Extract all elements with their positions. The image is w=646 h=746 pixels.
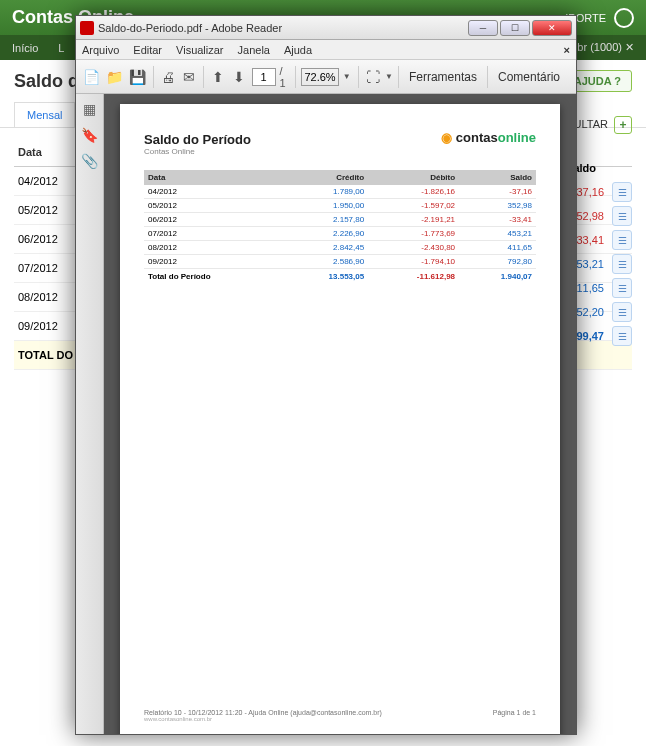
ferramentas-button[interactable]: Ferramentas [398,66,487,88]
total-row: Total do Período13.553,05-11.612,981.940… [144,269,536,284]
footer-url: www.contasonline.com.br [144,716,382,722]
list-icon[interactable]: ☰ [612,230,632,250]
bookmark-icon[interactable]: 🔖 [81,126,99,144]
page-total: / 1 [280,65,289,89]
add-button[interactable]: + [614,116,632,134]
table-row: 07/20122.226,90-1.773,69453,21 [144,227,536,241]
table-row: 09/20122.586,90-1.794,10792,80 [144,255,536,269]
list-icon[interactable]: ☰ [612,302,632,322]
doc-subtitle: Contas Online [144,147,536,156]
zoom-dropdown-icon[interactable]: ▼ [343,72,352,81]
tab-mensal[interactable]: Mensal [14,102,75,127]
doc-table: Data Crédito Débito Saldo 04/20121.789,0… [144,170,536,283]
menu-editar[interactable]: Editar [133,44,162,56]
close-button[interactable]: ✕ [532,20,572,36]
toolbar: 📄 📁 💾 🖨 ✉ ⬆ ⬇ / 1 72.6% ▼ ⛶ ▼ Ferramenta… [76,60,576,94]
email-icon[interactable]: ✉ [181,66,198,88]
list-icon[interactable]: ☰ [612,254,632,274]
view-dropdown-icon[interactable]: ▼ [385,72,394,81]
th-debito: Débito [368,170,459,185]
doc-footer: Relatório 10 - 10/12/2012 11:20 - Ajuda … [144,709,536,722]
page-up-icon[interactable]: ⬆ [210,66,227,88]
attachment-icon[interactable]: 📎 [81,152,99,170]
page-input[interactable] [252,68,276,86]
fullscreen-icon[interactable]: ⛶ [364,66,381,88]
open-icon[interactable]: 📁 [105,66,124,88]
menu-arquivo[interactable]: Arquivo [82,44,119,56]
menu-visualizar[interactable]: Visualizar [176,44,224,56]
pdf-window: Saldo-do-Periodo.pdf - Adobe Reader ─ ☐ … [75,15,577,735]
window-titlebar[interactable]: Saldo-do-Periodo.pdf - Adobe Reader ─ ☐ … [76,16,576,40]
minimize-button[interactable]: ─ [468,20,498,36]
table-row: 08/20122.842,45-2.430,80411,65 [144,241,536,255]
menubar: Arquivo Editar Visualizar Janela Ajuda × [76,40,576,60]
brand-icon [614,8,634,28]
print-icon[interactable]: 🖨 [160,66,177,88]
list-icon[interactable]: ☰ [612,182,632,202]
nav-l[interactable]: L [58,42,64,54]
window-title: Saldo-do-Periodo.pdf - Adobe Reader [98,22,282,34]
page-viewport[interactable]: Saldo do Período Contas Online ◉ contaso… [104,94,576,734]
nav-inicio[interactable]: Início [12,42,38,54]
list-icon[interactable]: ☰ [612,278,632,298]
maximize-button[interactable]: ☐ [500,20,530,36]
list-icon[interactable]: ☰ [612,326,632,346]
list-icon[interactable]: ☰ [612,206,632,226]
th-saldo: Saldo [459,170,536,185]
zoom-display[interactable]: 72.6% [301,68,338,86]
side-panel: ▦ 🔖 📎 [76,94,104,734]
thumbnails-icon[interactable]: ▦ [81,100,99,118]
menu-ajuda[interactable]: Ajuda [284,44,312,56]
footer-info: Relatório 10 - 10/12/2012 11:20 - Ajuda … [144,709,382,716]
footer-page: Página 1 de 1 [493,709,536,722]
save-icon[interactable]: 💾 [128,66,147,88]
table-row: 06/20122.157,80-2.191,21-33,41 [144,213,536,227]
adobe-icon [80,21,94,35]
th-credito: Crédito [283,170,369,185]
comentario-button[interactable]: Comentário [487,66,570,88]
th-data: Data [144,170,283,185]
table-row: 04/20121.789,00-1.826,16-37,16 [144,185,536,199]
pdf-body: ▦ 🔖 📎 Saldo do Período Contas Online ◉ c… [76,94,576,734]
pdf-page: Saldo do Período Contas Online ◉ contaso… [120,104,560,734]
doc-logo: ◉ contasonline [441,130,536,145]
table-row: 05/20121.950,00-1.597,02352,98 [144,199,536,213]
export-pdf-icon[interactable]: 📄 [82,66,101,88]
page-down-icon[interactable]: ⬇ [231,66,248,88]
menu-janela[interactable]: Janela [238,44,270,56]
doc-close-button[interactable]: × [564,44,570,56]
